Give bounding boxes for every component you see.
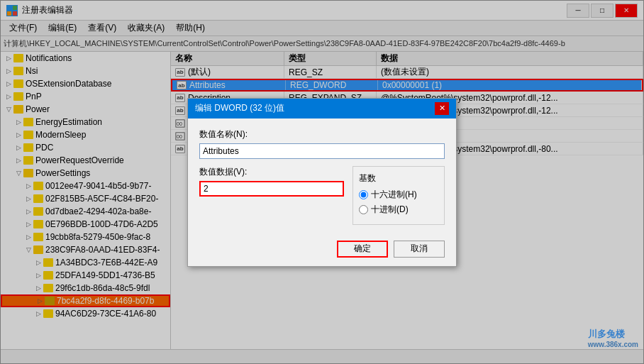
dialog-overlay: 编辑 DWORD (32 位)值 ✕ 数值名称(N): 数值数据(V): 基数 … — [0, 0, 644, 364]
cancel-button[interactable]: 取消 — [394, 241, 445, 258]
data-label: 数值数据(V): — [199, 166, 344, 178]
radix-label: 基数 — [359, 172, 438, 184]
dialog-buttons: 确定 取消 — [188, 235, 456, 266]
edit-dword-dialog: 编辑 DWORD (32 位)值 ✕ 数值名称(N): 数值数据(V): 基数 … — [187, 98, 457, 267]
dialog-close-button[interactable]: ✕ — [435, 102, 449, 115]
dialog-title: 编辑 DWORD (32 位)值 — [195, 102, 435, 114]
dec-radio[interactable]: 十进制(D) — [359, 204, 438, 216]
name-label: 数值名称(N): — [199, 128, 445, 140]
dialog-title-bar: 编辑 DWORD (32 位)值 ✕ — [188, 99, 456, 118]
hex-radio[interactable]: 十六进制(H) — [359, 189, 438, 201]
data-input[interactable] — [199, 181, 344, 197]
hex-label: 十六进制(H) — [371, 189, 417, 201]
ok-button[interactable]: 确定 — [337, 241, 388, 258]
dialog-body: 数值名称(N): 数值数据(V): 基数 十六进制(H) 十进制(D) — [188, 118, 456, 235]
name-input[interactable] — [199, 143, 445, 159]
dec-label: 十进制(D) — [371, 204, 409, 216]
